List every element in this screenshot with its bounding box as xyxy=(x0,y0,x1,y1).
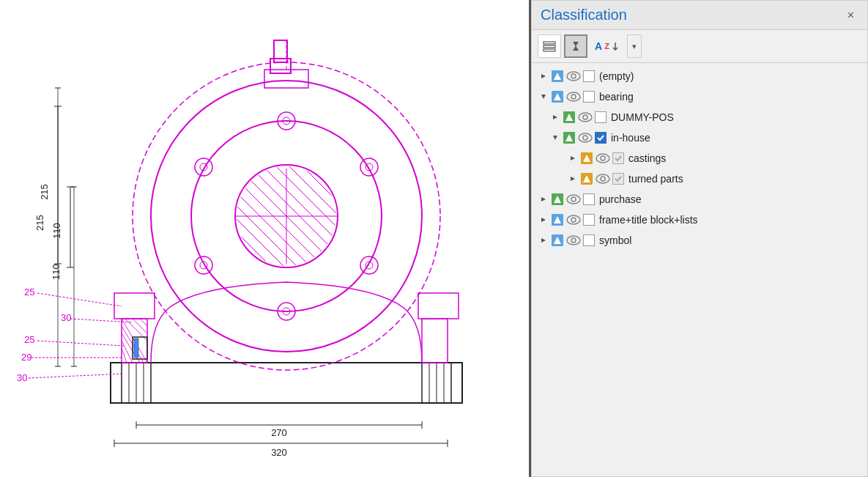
sort-icon xyxy=(568,39,583,53)
svg-point-122 xyxy=(567,236,580,245)
svg-point-113 xyxy=(596,174,609,183)
az-arrow-icon xyxy=(611,41,620,51)
eye-icon-symbol[interactable] xyxy=(565,234,582,247)
checkbox-castings[interactable] xyxy=(612,152,624,164)
eye-icon-bearing[interactable] xyxy=(565,90,582,103)
svg-point-98 xyxy=(567,72,580,81)
svg-text:25: 25 xyxy=(24,334,34,345)
label-in-house: in-house xyxy=(611,132,650,144)
checkbox-bearing[interactable] xyxy=(583,91,595,103)
close-button[interactable]: × xyxy=(843,7,858,23)
layers-button[interactable] xyxy=(538,34,561,58)
svg-rect-95 xyxy=(544,49,555,51)
panel-header: Classification × xyxy=(532,1,867,30)
tree-item-in-house[interactable]: in-house xyxy=(532,127,867,148)
panel-toolbar: A Z ▾ xyxy=(532,30,867,63)
checkbox-turned-parts[interactable] xyxy=(612,173,624,185)
tree-container: (empty) bearing xyxy=(532,63,867,476)
classification-panel: Classification × A Z xyxy=(531,0,868,477)
icon-green-triangle-dummy xyxy=(563,111,576,124)
label-bearing: bearing xyxy=(599,91,634,103)
svg-point-111 xyxy=(601,156,605,160)
svg-point-101 xyxy=(567,92,580,101)
icon-blue-triangle-bearing xyxy=(551,90,564,103)
az-sort-button[interactable]: A Z xyxy=(590,39,624,53)
checkbox-in-house[interactable] xyxy=(595,132,607,144)
svg-point-105 xyxy=(583,115,587,119)
svg-rect-93 xyxy=(544,42,555,44)
svg-point-116 xyxy=(567,195,580,204)
svg-point-104 xyxy=(579,113,592,122)
icon-orange-triangle-turned xyxy=(580,172,593,185)
expand-purchase[interactable] xyxy=(538,193,549,205)
label-symbol: symbol xyxy=(599,234,631,246)
icon-green-triangle-inhouse xyxy=(563,131,576,144)
expand-bearing[interactable] xyxy=(538,91,549,103)
svg-point-107 xyxy=(579,133,592,142)
expand-frame-title[interactable] xyxy=(538,214,549,226)
label-turned-parts: turned parts xyxy=(628,173,683,185)
svg-point-117 xyxy=(571,197,576,201)
icon-blue-triangle-frame xyxy=(551,213,564,226)
tree-item-symbol[interactable]: symbol xyxy=(532,230,867,251)
eye-icon-frame-title[interactable] xyxy=(565,213,582,226)
eye-icon-in-house[interactable] xyxy=(577,131,593,144)
eye-icon-purchase[interactable] xyxy=(565,193,582,206)
icon-green-triangle-purchase xyxy=(551,193,564,206)
tree-item-dummy-pos[interactable]: DUMMY-POS xyxy=(532,107,867,127)
svg-text:110: 110 xyxy=(51,264,62,280)
svg-rect-64 xyxy=(134,339,138,358)
expand-dummy-pos[interactable] xyxy=(549,111,561,123)
svg-text:30: 30 xyxy=(61,312,71,323)
expand-turned-parts[interactable] xyxy=(567,173,579,185)
svg-point-99 xyxy=(571,74,576,78)
expand-in-house[interactable] xyxy=(549,132,561,144)
eye-icon-empty[interactable] xyxy=(565,70,582,83)
label-purchase: purchase xyxy=(599,193,642,205)
tree-item-bearing[interactable]: bearing xyxy=(532,86,867,107)
svg-point-110 xyxy=(596,154,609,163)
svg-point-108 xyxy=(583,136,587,140)
svg-text:215: 215 xyxy=(34,215,45,231)
icon-blue-triangle-empty xyxy=(551,70,564,83)
tree-item-castings[interactable]: castings xyxy=(532,148,867,169)
svg-text:29: 29 xyxy=(21,352,31,363)
checkbox-empty[interactable] xyxy=(583,70,595,82)
svg-point-114 xyxy=(601,177,605,181)
svg-text:30: 30 xyxy=(17,372,27,383)
tree-item-purchase[interactable]: purchase xyxy=(532,189,867,210)
svg-text:215: 215 xyxy=(39,184,50,200)
eye-icon-turned-parts[interactable] xyxy=(595,172,611,185)
dropdown-arrow-icon: ▾ xyxy=(632,42,637,51)
panel-title: Classification xyxy=(541,7,627,23)
tree-item-empty[interactable]: (empty) xyxy=(532,66,867,86)
svg-rect-94 xyxy=(544,45,555,48)
expand-empty[interactable] xyxy=(538,70,549,82)
checkbox-purchase[interactable] xyxy=(583,193,595,205)
expand-castings[interactable] xyxy=(567,152,579,164)
icon-blue-triangle-symbol xyxy=(551,234,564,247)
svg-point-123 xyxy=(571,238,576,243)
sort-button[interactable] xyxy=(564,34,587,58)
cad-drawing-panel: 215 110 xyxy=(0,0,531,477)
eye-icon-castings[interactable] xyxy=(595,152,611,165)
svg-point-102 xyxy=(571,95,576,99)
label-empty: (empty) xyxy=(599,70,634,82)
svg-text:320: 320 xyxy=(271,447,287,458)
svg-text:270: 270 xyxy=(271,427,287,438)
icon-orange-triangle-castings xyxy=(580,152,593,165)
checkbox-dummy-pos[interactable] xyxy=(595,111,607,123)
label-frame-title: frame+title block+lists xyxy=(599,214,698,226)
expand-symbol[interactable] xyxy=(538,234,549,246)
label-dummy-pos: DUMMY-POS xyxy=(611,111,674,123)
checkbox-frame-title[interactable] xyxy=(583,214,595,226)
svg-text:25: 25 xyxy=(24,286,34,297)
svg-point-120 xyxy=(571,218,576,222)
tree-item-frame-title[interactable]: frame+title block+lists xyxy=(532,210,867,230)
eye-icon-dummy-pos[interactable] xyxy=(577,111,593,124)
layers-icon xyxy=(542,39,557,53)
sort-dropdown-button[interactable]: ▾ xyxy=(627,34,642,58)
tree-item-turned-parts[interactable]: turned parts xyxy=(532,169,867,189)
label-castings: castings xyxy=(628,152,666,164)
checkbox-symbol[interactable] xyxy=(583,234,595,246)
